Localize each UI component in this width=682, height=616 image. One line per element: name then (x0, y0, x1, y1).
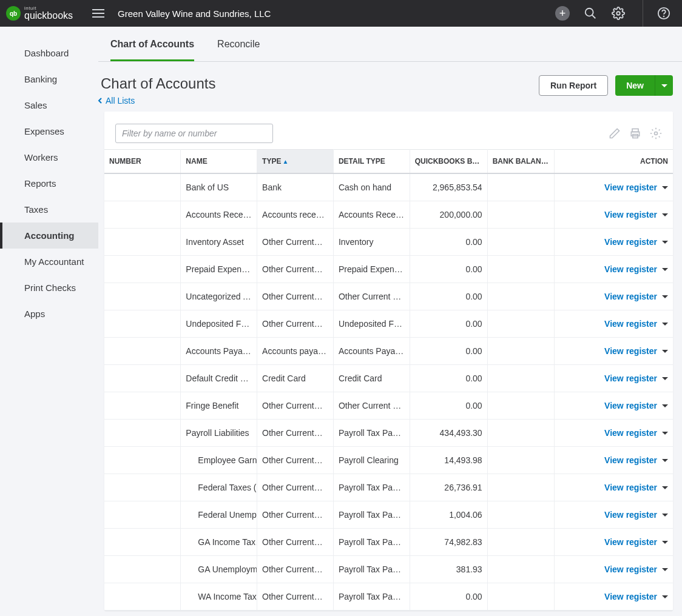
cell-qb-balance: 2,965,853.54 (410, 173, 487, 201)
action-dropdown-icon[interactable] (662, 401, 668, 410)
table-row: Accounts ReceivableAccounts rece…Account… (104, 201, 673, 229)
table-row: Uncategorized AssetOther Current…Other C… (104, 283, 673, 310)
action-dropdown-icon[interactable] (662, 264, 668, 274)
cell-name: Accounts Receivable (181, 201, 257, 229)
view-register-link[interactable]: View register (604, 428, 657, 438)
table-row: Inventory AssetOther Current…Inventory0.… (104, 229, 673, 256)
sidebar-item-my-accountant[interactable]: My Accountant (0, 249, 98, 275)
new-dropdown-button[interactable] (655, 75, 673, 96)
edit-icon[interactable] (609, 127, 621, 139)
table-row: Fringe BenefitOther Current…Other Curren… (104, 392, 673, 420)
col-name[interactable]: NAME (181, 150, 257, 174)
sidebar-item-accounting[interactable]: Accounting (0, 223, 98, 249)
cell-name: GA Unemployment (181, 556, 257, 583)
cell-type: Other Current… (257, 392, 334, 420)
sidebar-item-workers[interactable]: Workers (0, 144, 98, 170)
help-icon[interactable] (657, 6, 671, 21)
cell-name: Default Credit Card (181, 365, 257, 392)
sidebar-item-dashboard[interactable]: Dashboard (0, 40, 98, 66)
cell-bank-balance (487, 201, 555, 229)
cell-action: View register (555, 338, 673, 365)
cell-name: Undeposited Funds (181, 310, 257, 338)
view-register-link[interactable]: View register (604, 264, 657, 274)
table-row: Prepaid ExpensesOther Current…Prepaid Ex… (104, 256, 673, 283)
cell-detail: Cash on hand (333, 173, 410, 201)
sidebar-item-apps[interactable]: Apps (0, 301, 98, 327)
action-dropdown-icon[interactable] (662, 292, 668, 301)
table-row: Accounts PayableAccounts paya…Accounts P… (104, 338, 673, 365)
sidebar-item-print-checks[interactable]: Print Checks (0, 275, 98, 301)
plus-icon[interactable] (555, 6, 570, 21)
action-dropdown-icon[interactable] (662, 237, 668, 247)
cell-bank-balance (487, 365, 555, 392)
gear-icon[interactable] (611, 6, 626, 21)
action-dropdown-icon[interactable] (662, 346, 668, 356)
view-register-link[interactable]: View register (604, 401, 657, 410)
action-dropdown-icon[interactable] (662, 319, 668, 329)
action-dropdown-icon[interactable] (662, 564, 668, 574)
view-register-link[interactable]: View register (604, 483, 657, 492)
action-dropdown-icon[interactable] (662, 455, 668, 465)
col-qb-balance[interactable]: QUICKBOOKS BALANCE (410, 150, 487, 174)
cell-detail: Payroll Tax Pa… (333, 474, 410, 501)
cell-qb-balance: 200,000.00 (410, 201, 487, 229)
view-register-link[interactable]: View register (604, 292, 657, 301)
cell-action: View register (555, 283, 673, 310)
view-register-link[interactable]: View register (604, 182, 657, 192)
action-dropdown-icon[interactable] (662, 537, 668, 547)
view-register-link[interactable]: View register (604, 373, 657, 383)
action-dropdown-icon[interactable] (662, 182, 668, 192)
col-type[interactable]: TYPE▲ (257, 150, 334, 174)
logo-product: quickbooks (24, 11, 73, 21)
run-report-button[interactable]: Run Report (539, 75, 608, 96)
sidebar-item-expenses[interactable]: Expenses (0, 118, 98, 144)
cell-bank-balance (487, 447, 555, 474)
view-register-link[interactable]: View register (604, 210, 657, 219)
col-bank-balance[interactable]: BANK BALANCE (487, 150, 555, 174)
action-dropdown-icon[interactable] (662, 428, 668, 438)
col-number[interactable]: NUMBER (104, 150, 181, 174)
cell-type: Other Current… (257, 447, 334, 474)
print-icon[interactable] (629, 127, 641, 139)
table-row: Federal Taxes (941/944)Other Current…Pay… (104, 474, 673, 501)
sidebar-item-sales[interactable]: Sales (0, 92, 98, 118)
tabs: Chart of AccountsReconcile (98, 27, 682, 62)
view-register-link[interactable]: View register (604, 455, 657, 465)
cell-action: View register (555, 310, 673, 338)
settings-icon[interactable] (650, 127, 662, 139)
new-button[interactable]: New (615, 75, 655, 96)
cell-bank-balance (487, 338, 555, 365)
action-dropdown-icon[interactable] (662, 592, 668, 601)
tab-chart-of-accounts[interactable]: Chart of Accounts (110, 27, 194, 61)
action-dropdown-icon[interactable] (662, 510, 668, 520)
filter-input[interactable] (115, 124, 273, 143)
cell-number (104, 283, 181, 310)
col-action[interactable]: ACTION (555, 150, 673, 174)
sidebar-item-reports[interactable]: Reports (0, 170, 98, 196)
view-register-link[interactable]: View register (604, 537, 657, 547)
sidebar-item-taxes[interactable]: Taxes (0, 196, 98, 223)
view-register-link[interactable]: View register (604, 592, 657, 601)
cell-bank-balance (487, 529, 555, 556)
action-dropdown-icon[interactable] (662, 373, 668, 383)
cell-name: Fringe Benefit (181, 392, 257, 420)
cell-qb-balance: 0.00 (410, 338, 487, 365)
cell-number (104, 420, 181, 447)
cell-bank-balance (487, 583, 555, 611)
menu-icon[interactable] (92, 9, 104, 18)
sidebar-item-banking[interactable]: Banking (0, 66, 98, 92)
view-register-link[interactable]: View register (604, 346, 657, 356)
view-register-link[interactable]: View register (604, 237, 657, 247)
cell-qb-balance: 0.00 (410, 583, 487, 611)
cell-type: Other Current… (257, 529, 334, 556)
breadcrumb[interactable]: All Lists (97, 96, 539, 105)
view-register-link[interactable]: View register (604, 319, 657, 329)
cell-qb-balance: 14,493.98 (410, 447, 487, 474)
view-register-link[interactable]: View register (604, 510, 657, 520)
view-register-link[interactable]: View register (604, 564, 657, 574)
search-icon[interactable] (583, 6, 598, 21)
action-dropdown-icon[interactable] (662, 210, 668, 219)
col-detail[interactable]: DETAIL TYPE (333, 150, 410, 174)
action-dropdown-icon[interactable] (662, 483, 668, 492)
tab-reconcile[interactable]: Reconcile (217, 27, 260, 61)
